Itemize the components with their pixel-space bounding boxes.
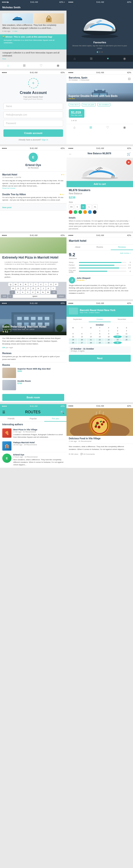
color-yellow[interactable] bbox=[83, 210, 87, 214]
search-icon[interactable]: ⊞ bbox=[23, 64, 26, 67]
key-delete[interactable]: ⌫ bbox=[51, 290, 57, 294]
key-w[interactable]: W bbox=[13, 283, 18, 286]
cal-day-29[interactable]: 29 bbox=[96, 341, 104, 344]
author-item-2[interactable]: 🏨 Pattaya Marriott Hotel 20 min ago · 25… bbox=[0, 440, 66, 452]
key-b[interactable]: B bbox=[36, 290, 40, 294]
routes-tab-friends[interactable]: Friends bbox=[0, 416, 22, 422]
tab-october[interactable]: October bbox=[89, 317, 111, 322]
next-button[interactable]: Next bbox=[69, 355, 131, 362]
key-r[interactable]: R bbox=[24, 283, 28, 286]
tab-september[interactable]: September bbox=[66, 317, 89, 322]
cal-day-25[interactable]: 25 bbox=[122, 338, 131, 341]
menu-icon[interactable]: ☰ bbox=[2, 410, 5, 414]
key-shift[interactable]: ⇧ bbox=[10, 290, 15, 294]
cal-day-13[interactable]: 13 bbox=[78, 336, 86, 338]
fav-search-icon[interactable]: ⊞ bbox=[90, 57, 93, 60]
size-s[interactable]: S bbox=[75, 204, 80, 209]
back-icon[interactable]: ← bbox=[69, 152, 72, 156]
tab-november[interactable]: November bbox=[111, 317, 133, 322]
key-c[interactable]: C bbox=[26, 290, 30, 294]
cal-day-2[interactable]: 2 bbox=[104, 330, 113, 332]
key-m[interactable]: M bbox=[46, 290, 50, 294]
cal-day-28[interactable]: 28 bbox=[87, 341, 95, 344]
cal-day-15[interactable]: 15 bbox=[96, 336, 104, 338]
cal-day-23[interactable]: 23 bbox=[104, 338, 113, 341]
fav-heart-icon[interactable]: ♥ bbox=[107, 57, 109, 60]
key-u[interactable]: U bbox=[39, 283, 43, 286]
add-to-cart-button[interactable]: Add to cart bbox=[66, 181, 133, 187]
size-l[interactable]: L bbox=[87, 204, 92, 209]
heart-icon[interactable]: ♡ bbox=[40, 64, 43, 67]
cal-day-14[interactable]: 14 bbox=[87, 336, 95, 338]
tab-rooms[interactable]: Rooms bbox=[89, 245, 111, 250]
hotel-heart-icon[interactable]: ♡ bbox=[106, 125, 109, 129]
tab-reviews[interactable]: Reviews bbox=[111, 245, 133, 250]
key-emoji[interactable]: ☺ bbox=[8, 294, 13, 298]
fav-home-icon[interactable]: ⌂ bbox=[74, 57, 76, 60]
cal-day-21[interactable]: 21 bbox=[87, 338, 95, 341]
tab-about[interactable]: About bbox=[66, 245, 89, 250]
home-icon[interactable]: ⌂ bbox=[7, 64, 9, 67]
key-e[interactable]: E bbox=[18, 283, 23, 286]
key-p[interactable]: P bbox=[54, 283, 58, 286]
key-x[interactable]: X bbox=[20, 290, 25, 294]
cal-day-1[interactable]: 1 bbox=[96, 330, 104, 332]
key-k[interactable]: K bbox=[46, 287, 51, 290]
key-o[interactable]: O bbox=[49, 283, 53, 286]
profile-icon[interactable]: ◉ bbox=[57, 64, 59, 67]
dot-3[interactable] bbox=[101, 51, 103, 53]
fav-profile-icon[interactable]: ◉ bbox=[123, 57, 126, 60]
cal-day-10[interactable]: 10 bbox=[113, 333, 122, 335]
email-field[interactable] bbox=[3, 112, 63, 118]
key-s[interactable]: S bbox=[16, 287, 20, 290]
read-more-1[interactable]: Read full review bbox=[2, 187, 64, 189]
key-l[interactable]: L bbox=[51, 287, 56, 290]
cal-day-27[interactable]: 27 bbox=[78, 341, 86, 344]
key-123[interactable]: 123 bbox=[1, 294, 8, 298]
color-red[interactable] bbox=[69, 210, 73, 214]
review-2[interactable]: Double Tree by Hilton ★ 4.1 I'm not a bi… bbox=[0, 191, 66, 203]
heart-button[interactable]: ♥ bbox=[126, 160, 131, 165]
cal-day-5[interactable]: 5 bbox=[69, 333, 77, 335]
key-v[interactable]: V bbox=[31, 290, 35, 294]
password-field[interactable] bbox=[3, 120, 63, 127]
key-t[interactable]: T bbox=[29, 283, 33, 286]
routes-tab-foryou[interactable]: For you bbox=[44, 416, 66, 422]
color-blue[interactable] bbox=[88, 210, 92, 214]
cal-day-4[interactable]: 4 bbox=[122, 330, 131, 332]
key-i[interactable]: I bbox=[44, 283, 48, 286]
cal-day-17[interactable]: 17 bbox=[113, 336, 122, 338]
add-account-icon[interactable]: + bbox=[28, 78, 39, 88]
cal-day-3[interactable]: 3 bbox=[113, 330, 122, 332]
hotel-home-icon[interactable]: ⌂ bbox=[74, 125, 76, 129]
hotel-search-icon[interactable]: ⊞ bbox=[89, 125, 92, 129]
dot-2[interactable] bbox=[99, 51, 100, 53]
author-item-3[interactable]: E Erlend Oye 2 hours ago · 13 Recommend … bbox=[0, 452, 66, 468]
key-q[interactable]: Q bbox=[8, 283, 13, 286]
room-card-2[interactable]: Double Room $700 bbox=[2, 380, 64, 390]
cal-day-20[interactable]: 20 bbox=[78, 338, 86, 341]
author-item-1[interactable]: 🍕 Best Pizza in Vila Village 2 min ago ·… bbox=[0, 427, 66, 440]
winner-card[interactable]: 🏆 Winner: This is sick. Look at this awe… bbox=[0, 34, 66, 50]
new-post-button[interactable]: New post bbox=[2, 206, 11, 209]
key-y[interactable]: Y bbox=[34, 283, 38, 286]
key-j[interactable]: J bbox=[41, 287, 46, 290]
key-d[interactable]: D bbox=[21, 287, 26, 290]
feed-post-2[interactable]: Autograph Collection is a stroll from We… bbox=[0, 50, 66, 62]
filter-icon[interactable]: ⊟ bbox=[128, 77, 131, 81]
cal-day-6[interactable]: 6 bbox=[78, 333, 86, 335]
cal-day-26[interactable]: 26 bbox=[69, 341, 77, 344]
sign-in-link[interactable]: Sign in bbox=[42, 138, 48, 141]
size-m[interactable]: M bbox=[81, 204, 86, 209]
feed-post-1[interactable]: Nice sneakers, what a difference. They l… bbox=[0, 10, 66, 34]
post-1-like[interactable]: 1 Like bbox=[12, 30, 17, 32]
cal-day-30[interactable]: 30 bbox=[104, 341, 113, 344]
key-a[interactable]: A bbox=[11, 287, 15, 290]
add-review-button[interactable]: Add review + bbox=[120, 252, 131, 254]
cal-day-9[interactable]: 9 bbox=[104, 333, 113, 335]
color-dark[interactable] bbox=[93, 210, 96, 214]
color-dark-green[interactable] bbox=[79, 210, 82, 214]
cal-day-7[interactable]: 7 bbox=[87, 333, 95, 335]
new-post-bar[interactable]: New post bbox=[0, 203, 66, 211]
key-space[interactable]: space bbox=[13, 294, 57, 298]
